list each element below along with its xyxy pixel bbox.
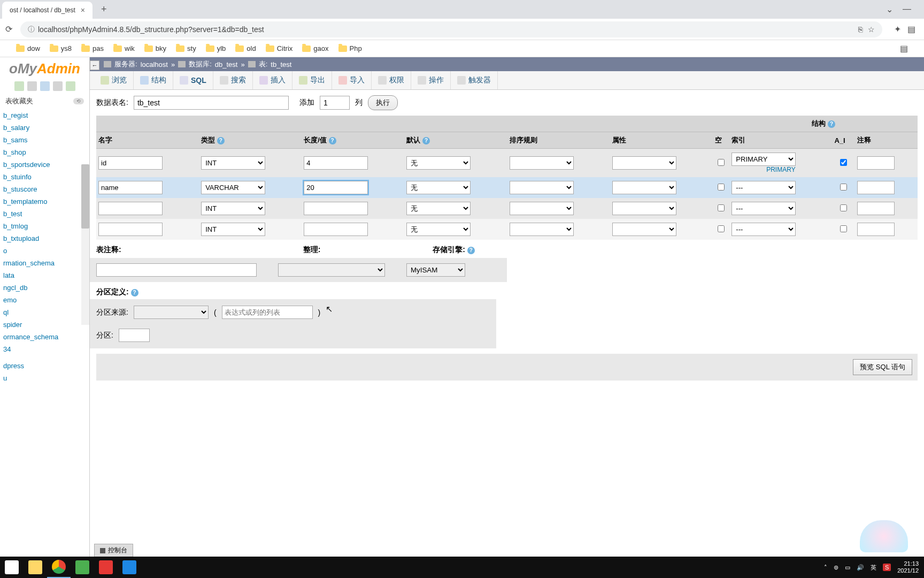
tab-structure[interactable]: 结构 — [134, 71, 173, 89]
battery-icon[interactable]: ▭ — [845, 564, 850, 571]
reload-icon[interactable]: ⟳ — [2, 24, 15, 34]
taskbar-app-c2[interactable] — [94, 557, 118, 578]
sidebar-db-item[interactable]: o — [0, 245, 89, 257]
col-collation-select[interactable] — [510, 156, 574, 170]
partition-by-select[interactable] — [134, 306, 209, 319]
partition-count-input[interactable] — [119, 329, 150, 342]
bookmark-item[interactable]: Php — [338, 44, 362, 52]
bookmark-item[interactable]: ylb — [206, 44, 226, 52]
col-length-input[interactable] — [304, 181, 368, 194]
bookmark-item[interactable]: wik — [113, 44, 135, 52]
sidebar-db-item[interactable]: b_salary — [0, 121, 89, 134]
col-index-select[interactable]: --- — [732, 181, 796, 194]
install-icon[interactable]: ⎘ — [858, 25, 863, 34]
col-index-select[interactable]: --- — [732, 223, 796, 236]
col-comment-input[interactable] — [857, 181, 895, 194]
go-button[interactable]: 执行 — [368, 95, 398, 110]
url-input[interactable]: ⓘ localhost/phpMyAdmin4.8.5/db_structure… — [20, 21, 882, 37]
table-name-input[interactable] — [134, 96, 289, 110]
docs-icon[interactable] — [40, 81, 50, 91]
col-default-select[interactable]: 无 — [406, 181, 471, 194]
sidebar-db-item[interactable]: rmation_schema — [0, 257, 89, 269]
col-length-input[interactable] — [304, 156, 368, 170]
col-attributes-select[interactable] — [612, 181, 676, 194]
bookmark-item[interactable]: pas — [81, 44, 104, 52]
col-name-input[interactable] — [98, 202, 163, 215]
bookmark-item[interactable]: ys8 — [50, 44, 72, 52]
col-type-select[interactable]: INT — [201, 202, 265, 215]
sidebar-db-item[interactable]: b_sams — [0, 134, 89, 146]
collapse-sidebar-icon[interactable]: ← — [90, 60, 99, 70]
col-attributes-select[interactable] — [612, 223, 676, 236]
console-toggle[interactable]: 控制台 — [94, 544, 133, 557]
tab-list-icon[interactable]: ⌄ — [886, 4, 893, 14]
sidebar-db-item[interactable]: b_templatemo — [0, 195, 89, 208]
sidebar-db-item[interactable]: b_regist — [0, 109, 89, 121]
bookmark-item[interactable]: old — [235, 44, 256, 52]
taskbar-app-c[interactable] — [71, 557, 94, 578]
col-type-select[interactable]: INT — [201, 223, 265, 236]
table-comment-input[interactable] — [96, 263, 257, 277]
bookmark-item[interactable]: sty — [176, 44, 196, 52]
link-icon[interactable]: ⟲ — [73, 98, 84, 104]
help-icon[interactable]: ? — [131, 289, 138, 296]
col-null-checkbox[interactable] — [718, 225, 725, 232]
tab-operations[interactable]: 操作 — [411, 71, 451, 89]
col-comment-input[interactable] — [857, 223, 895, 236]
sidebar-db-item[interactable]: dpress — [0, 360, 89, 372]
bookmark-item[interactable]: dow — [16, 44, 40, 52]
col-null-checkbox[interactable] — [718, 204, 725, 211]
volume-icon[interactable]: 🔊 — [857, 564, 864, 571]
taskbar-chrome[interactable] — [47, 557, 71, 578]
col-attributes-select[interactable] — [612, 202, 676, 215]
help-icon[interactable]: ? — [828, 120, 835, 128]
logout-icon[interactable] — [27, 81, 37, 91]
col-default-select[interactable]: 无 — [406, 202, 471, 215]
col-ai-checkbox[interactable] — [840, 159, 847, 166]
col-type-select[interactable]: INT — [201, 156, 265, 170]
storage-engine-select[interactable]: MyISAM — [406, 263, 465, 277]
reload-nav-icon[interactable] — [66, 81, 75, 91]
browser-tab[interactable]: ost / localhost / db_test × — [2, 2, 93, 19]
sidebar-db-item[interactable]: b_stuinfo — [0, 171, 89, 183]
tab-browse[interactable]: 浏览 — [94, 71, 134, 89]
new-tab-button[interactable]: + — [98, 4, 110, 15]
col-name-input[interactable] — [98, 223, 163, 236]
col-default-select[interactable]: 无 — [406, 223, 471, 236]
minimize-icon[interactable]: — — [903, 4, 911, 14]
sidebar-db-item[interactable] — [0, 355, 89, 360]
sidebar-db-item[interactable]: 34 — [0, 343, 89, 355]
taskbar-app-p[interactable] — [118, 557, 141, 578]
col-collation-select[interactable] — [510, 223, 574, 236]
help-icon[interactable]: ? — [217, 137, 225, 144]
breadcrumb-db[interactable]: db_test — [215, 60, 238, 69]
wifi-icon[interactable]: ⊚ — [834, 564, 838, 571]
col-index-select[interactable]: PRIMARY — [732, 153, 796, 166]
bookmark-item[interactable]: bky — [144, 44, 166, 52]
table-collation-select[interactable] — [278, 263, 385, 277]
col-attributes-select[interactable] — [612, 156, 676, 170]
close-icon[interactable]: × — [81, 6, 85, 14]
sidebar-db-item[interactable]: b_stuscore — [0, 183, 89, 195]
bookmark-item[interactable]: gaox — [302, 44, 328, 52]
ime-s-icon[interactable]: S — [883, 564, 891, 571]
sidebar-db-item[interactable]: b_txtupload — [0, 232, 89, 245]
sidebar-db-item[interactable]: ql — [0, 306, 89, 318]
col-null-checkbox[interactable] — [718, 159, 725, 166]
col-length-input[interactable] — [304, 223, 368, 236]
col-length-input[interactable] — [304, 202, 368, 215]
sidebar-db-item[interactable]: ngcl_db — [0, 282, 89, 294]
col-ai-checkbox[interactable] — [840, 184, 847, 191]
help-icon[interactable]: ? — [422, 137, 430, 144]
sidebar-db-item[interactable]: b_shop — [0, 146, 89, 158]
tab-sql[interactable]: SQL — [173, 71, 213, 89]
sidebar-scrollbar[interactable] — [81, 164, 89, 325]
col-collation-select[interactable] — [510, 202, 574, 215]
sidebar-db-item[interactable]: b_tmlog — [0, 220, 89, 232]
tab-search[interactable]: 搜索 — [213, 71, 253, 89]
col-ai-checkbox[interactable] — [840, 225, 847, 232]
bookmarks-more-icon[interactable]: ▤ — [900, 43, 908, 54]
tab-import[interactable]: 导入 — [332, 71, 372, 89]
ime-indicator[interactable]: 英 — [871, 564, 876, 572]
tray-chevron-icon[interactable]: ˄ — [824, 564, 827, 571]
